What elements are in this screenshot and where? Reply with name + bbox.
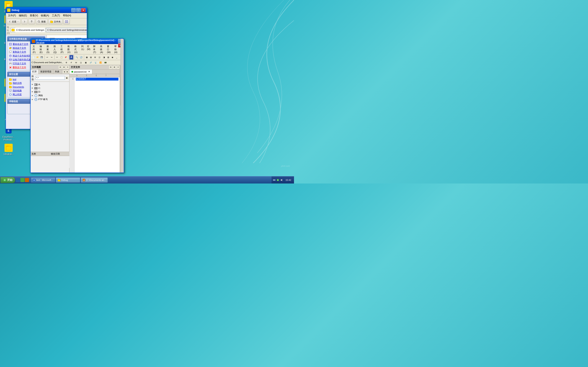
file-tab-close[interactable]: ✕	[88, 70, 90, 73]
system-tray: N 15:42	[272, 176, 294, 184]
tab-next-btn[interactable]: ►	[66, 70, 69, 73]
taskbar-item-debug[interactable]: Debug	[56, 177, 80, 183]
folders-btn[interactable]: 文件夹	[48, 19, 62, 24]
debug-maximize-btn[interactable]: □	[76, 8, 81, 12]
ue-menu-view[interactable]: 视图(V)	[66, 44, 73, 54]
ue-find-btn[interactable]: 🔍	[75, 55, 79, 59]
ue-btn-right3[interactable]: ◉	[111, 55, 114, 59]
ue-btn-misc4[interactable]: ◫	[98, 55, 102, 59]
ue-menu-macro[interactable]: 宏(M)	[86, 44, 92, 54]
ue-tab-list[interactable]: 列表	[53, 69, 61, 74]
ue-panel-dock-btn[interactable]: ⊟	[59, 66, 62, 69]
ue-menu-project[interactable]: 工程(P)	[59, 44, 66, 54]
ue-menu-script[interactable]: 脚本(T)	[92, 44, 98, 54]
view-btn[interactable]	[63, 19, 70, 24]
separator3	[68, 55, 69, 59]
address-dropdown[interactable]: C:\Documents and Settings\Administrator\…	[46, 28, 87, 32]
ue-addr-btn5[interactable]: ▦	[84, 60, 88, 65]
ue-tab-explorer[interactable]: 资源管理器	[39, 69, 53, 74]
ue-menu-help[interactable]: 帮助(H)	[113, 44, 120, 54]
svg-rect-58	[9, 86, 12, 88]
ue-btn-misc2[interactable]: ▤	[89, 55, 93, 59]
ue-menu-window[interactable]: 窗口(W)	[106, 44, 113, 54]
ue-left-panel: 文件视图 ⊟ ⊞ ✕ 打开 资源管理器 列表 ◄ ► 筛选: ▶	[31, 65, 69, 173]
ue-copy-btn[interactable]: 📋	[60, 55, 63, 59]
filter-go-btn[interactable]: ▶	[66, 76, 68, 80]
taskbar-item-ultraedit[interactable]: UE [C:\Documents an...	[81, 177, 108, 183]
up-btn[interactable]	[28, 19, 35, 24]
ue-cut-btn[interactable]: ✂	[55, 55, 59, 59]
menu-edit[interactable]: 编辑(E)	[17, 13, 28, 18]
ue-tab-open[interactable]: 打开	[31, 69, 39, 74]
ql-ie-btn[interactable]	[16, 178, 20, 182]
ue-menu-format[interactable]: 格式(U)	[73, 44, 80, 54]
start-button[interactable]: 开始	[0, 177, 15, 183]
ruler-text: 0 1 2 3 4 5 6 7 8	[70, 74, 119, 77]
ue-editor-close-btn[interactable]: ✕	[116, 66, 120, 69]
ue-menu-col[interactable]: 列(L)	[80, 44, 85, 54]
ue-addr-btn9[interactable]: 📟	[103, 60, 108, 65]
ql-explore-btn[interactable]	[20, 178, 25, 182]
ue-redo-btn[interactable]: ↪	[50, 55, 54, 59]
svg-rect-29	[6, 146, 9, 147]
menu-file[interactable]: 文件(F)	[7, 13, 17, 18]
ue-addr-btn2[interactable]: ↺	[69, 60, 73, 65]
search-btn[interactable]: 搜索	[36, 19, 48, 24]
taskbar-item-word[interactable]: W text - Microsoft...	[31, 177, 55, 183]
ue-file-list-header: 名称 修改日期	[31, 152, 69, 168]
menu-view[interactable]: 查看(V)	[29, 13, 39, 18]
ue-btn-right2[interactable]: ▧	[106, 55, 110, 59]
ue-new-btn[interactable]: 📄	[31, 55, 35, 59]
menu-favorites[interactable]: 收藏(A)	[40, 13, 50, 18]
ql-media-btn[interactable]	[25, 178, 29, 182]
debug-minimize-btn[interactable]: _	[71, 8, 76, 12]
ue-panel-close-btn[interactable]: ✕	[66, 66, 69, 69]
ue-paste-btn[interactable]: 📌	[64, 55, 68, 59]
back-btn[interactable]: 后退	[7, 19, 21, 24]
ue-btn-misc3[interactable]: ⊞	[93, 55, 97, 59]
tree-item-d[interactable]: D D:	[31, 90, 68, 94]
tree-item-network[interactable]: 网络	[31, 94, 68, 98]
menu-tools[interactable]: 工具(T)	[51, 13, 61, 18]
svg-point-84	[35, 84, 36, 85]
ue-addr-btn8[interactable]: 📶	[98, 60, 103, 65]
debug-close-btn[interactable]: ✕	[81, 8, 86, 12]
ue-menu-insert[interactable]: 插入(Q)	[52, 44, 59, 54]
tree-item-c[interactable]: C C:	[31, 86, 68, 90]
ue-file-tab-password[interactable]: password.txt ✕	[69, 69, 92, 74]
ue-menu-search[interactable]: 搜索(S)	[45, 44, 52, 54]
ue-btn-misc1[interactable]: ▦	[85, 55, 89, 59]
ue-editor-float-btn[interactable]: ⊞	[113, 66, 116, 69]
ue-panel-float-btn[interactable]: ⊞	[62, 66, 66, 69]
debug-titlebar[interactable]: Debug _ □ ✕	[6, 7, 87, 13]
ue-addr-btn3[interactable]: W	[74, 60, 78, 65]
ue-addr-btn1[interactable]: ⚙	[64, 60, 69, 65]
ue-menu-advanced[interactable]: 高级(A)	[99, 44, 105, 54]
tab-prev-btn[interactable]: ◄	[63, 70, 66, 73]
filter-input[interactable]	[35, 76, 65, 80]
ue-replace-btn[interactable]: 🔄	[79, 55, 83, 59]
ue-addr-btn4[interactable]: ◫	[79, 60, 83, 65]
ue-btn-right1[interactable]: ◨	[102, 55, 106, 59]
text-content[interactable]: 1234567	[75, 77, 120, 173]
ue-save-btn[interactable]: 💾	[40, 55, 44, 59]
ue-left-tabs: 打开 资源管理器 列表 ◄ ►	[31, 69, 69, 74]
ue-addr-btn6[interactable]: 🔗	[89, 60, 93, 65]
ue-undo-btn[interactable]: ↩	[45, 55, 49, 59]
svg-rect-34	[51, 21, 53, 23]
desktop-icon-ultraedit[interactable]: UltraEdi...	[2, 144, 15, 156]
tree-item-ftp[interactable]: FTP 帐号	[31, 98, 68, 101]
menu-help[interactable]: 帮助(H)	[62, 13, 72, 18]
address-input[interactable]	[15, 28, 45, 32]
ue-menu-file[interactable]: 文件(F)	[31, 44, 38, 54]
ue-menu-edit[interactable]: 编辑(E)	[38, 44, 45, 54]
ue-open-btn[interactable]: 📂	[36, 55, 40, 59]
ue-editor-dock-btn[interactable]: ⊟	[109, 66, 112, 69]
forward-btn[interactable]	[21, 19, 27, 24]
editor-scrollbar[interactable]	[121, 39, 124, 173]
ue-hex-btn[interactable]: A	[69, 55, 73, 59]
ultraedit-titlebar[interactable]: [C:\Documents and Settings\Administrator…	[31, 39, 124, 44]
ue-addr-btn7[interactable]: 📡	[94, 60, 98, 65]
ue-minimize2-btn[interactable]: _	[115, 55, 119, 59]
tree-item-a[interactable]: A:	[31, 83, 68, 86]
